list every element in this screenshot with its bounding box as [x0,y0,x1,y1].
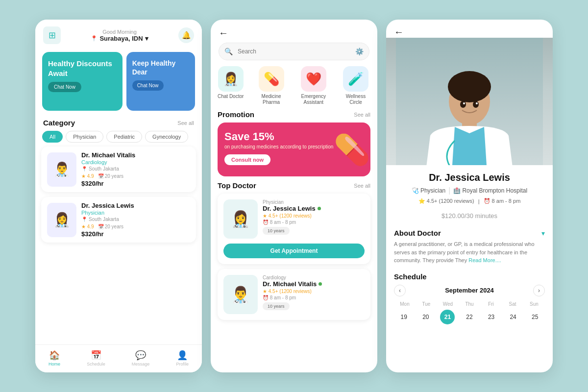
top-doctor-see-all[interactable]: See all [354,183,370,189]
hospital-icon: 🏥 [453,187,461,194]
day-mon: Mon [394,301,416,307]
profile-price: $120.00/30 minutes [394,208,545,221]
medicine-icon-box: 💊 [259,66,284,92]
pill-all[interactable]: All [42,131,63,143]
doctor-profile-info: Dr. Jessica Lewis 🩺 Physician | 🏥 Royal … [386,165,553,225]
banner-healthy: Keep Healthy Dear Chat Now [126,52,195,111]
svg-point-4 [448,71,491,102]
doctor-meta-jessica: ★ 4.9 📅 20 years [81,224,190,229]
top-doctors-section: Top Doctor See all 👩‍⚕️ Physician Dr. Je… [211,181,377,372]
promo-header: Promotion See all [218,110,370,122]
doctor-meta-michael: ★ 4.9 📅 20 years [81,173,190,179]
divider-pipe: | [478,198,480,204]
jessica-hours: ⏰ 8 am - 8 pm [263,220,365,225]
phone3-header: ← [386,20,553,38]
promo-consult-button[interactable]: Consult now [224,154,270,165]
service-chat-doctor[interactable]: 👩‍⚕️ Chat Doctor [218,66,244,105]
search-container: 🔍 ⚙️ [219,43,369,60]
service-emergency[interactable]: ❤️ Emergency Assistant [299,66,328,105]
filter-icon[interactable]: ⚙️ [355,48,364,55]
chat-doctor-icon-box: 👩‍⚕️ [218,66,244,92]
nav-message[interactable]: 💬 Message [132,350,150,367]
category-see-all[interactable]: See all [177,120,194,126]
banner-section: Healthy Discounts Await Chat Now Keep He… [35,48,202,115]
about-title: About Doctor [394,229,441,237]
michael-rating: ★ 4.5+ (1200 reviews) [263,289,365,294]
medicine-label: Medicine Pharma [257,94,286,105]
cal-date-24[interactable]: 24 [506,310,520,324]
bottom-nav: 🏠 Home 📅 Schedule 💬 Message 👤 Profile [35,344,202,372]
top-doc-michael-inner: 👨‍⚕️ Cardiology Dr. Michael Vitalis ★ 4.… [223,275,365,314]
banner2-title: Keep Healthy Dear [132,59,189,76]
calendar-prev-button[interactable]: ‹ [394,285,406,296]
calendar-month: September 2024 [445,287,494,294]
profile-hospital: 🏥 Royal Brompton Hospital [453,187,527,194]
nav-profile[interactable]: 👤 Profile [176,350,189,367]
schedule-title: Schedule [394,272,545,281]
service-medicine[interactable]: 💊 Medicine Pharma [257,66,286,105]
calendar-next-button[interactable]: › [533,285,545,296]
profile-icon: 👤 [177,350,188,361]
search-input[interactable] [219,43,369,60]
medicine-icon: 💊 [264,72,279,87]
nav-home[interactable]: 🏠 Home [49,350,60,367]
cal-date-20[interactable]: 20 [418,310,433,324]
chevron-down-about[interactable]: ▾ [541,229,545,237]
promo-title: Promotion [218,110,254,119]
pill-pediatric[interactable]: Pediatric [106,131,142,143]
pin-icon: 📍 [91,35,98,42]
day-wed: Wed [437,301,459,307]
pill-gynecology[interactable]: Gynecology [145,131,188,143]
schedule-icon: 📅 [91,350,101,361]
banner1-chat-button[interactable]: Chat Now [48,82,81,92]
cal-date-25[interactable]: 25 [528,310,542,324]
price-jessica: $320/hr [81,230,190,238]
jessica-appointment-button[interactable]: Get Appointment [223,244,365,258]
home-icon: 🏠 [49,350,60,361]
doctor-card-jessica[interactable]: 👩‍⚕️ Dr. Jessica Lewis Physician 📍 South… [41,197,196,243]
notification-bell[interactable]: 🔔 [178,27,194,43]
nav-schedule[interactable]: 📅 Schedule [87,350,105,367]
svg-point-9 [476,102,478,104]
wellness-icon-box: 🧪 [343,66,368,92]
top-doc-michael[interactable]: 👨‍⚕️ Cardiology Dr. Michael Vitalis ★ 4.… [218,269,370,320]
back-button[interactable]: ← [219,27,228,39]
location-display: Good Morning 📍 Surabaya, IDN ▾ [91,29,148,42]
pill-physician[interactable]: Physician [66,131,103,143]
about-header: About Doctor ▾ [394,229,545,237]
day-sun: Sun [523,301,545,307]
doctor-location-jessica: 📍 South Jakarta [81,217,190,222]
promo-banner: Save 15% on purchasing medicines accordi… [218,122,370,176]
top-doc-jessica-info: Physician Dr. Jessica Lewis ★ 4.5+ (1200… [263,199,365,235]
profile-doctor-meta: 🩺 Physician | 🏥 Royal Brompton Hospital [394,186,545,195]
day-thu: Thu [459,301,480,307]
doctor-name-michael: Dr. Michael Vitalis [81,151,190,159]
category-pills: All Physician Pediatric Gynecology [35,129,202,147]
profile-rating-value: ⭐ 4.5+ (1200 reviews) [418,198,474,204]
cal-date-22[interactable]: 22 [462,310,477,324]
jessica-experience: 10 years [263,227,290,235]
phone3-back-button[interactable]: ← [394,26,404,38]
jessica-rating: ★ 4.5+ (1200 reviews) [263,213,365,219]
michael-experience: 10 years [263,302,290,310]
emergency-icon: ❤️ [306,72,321,87]
top-doc-jessica-avatar: 👩‍⚕️ [223,199,258,239]
promo-see-all[interactable]: See all [354,112,370,118]
emergency-icon-box: ❤️ [301,66,326,92]
read-more-link[interactable]: Read More.... [468,257,501,263]
experience-jessica: 📅 20 years [98,224,123,229]
cal-date-23[interactable]: 23 [484,310,499,324]
day-fri: Fri [480,301,502,307]
chat-doctor-icon: 👩‍⚕️ [223,72,239,87]
cal-date-19[interactable]: 19 [396,310,411,324]
michael-specialty: Cardiology [263,275,365,280]
service-wellness[interactable]: 🧪 Wellness Circle [341,66,370,105]
banner2-chat-button[interactable]: Chat Now [132,80,164,91]
top-doc-jessica[interactable]: 👩‍⚕️ Physician Dr. Jessica Lewis ★ 4.5+ … [218,194,370,264]
cal-date-21[interactable]: 21 [440,310,455,324]
doctor-card-michael[interactable]: 👨‍⚕️ Dr. Michael Vitalis Cardiology 📍 So… [41,147,196,192]
promo-medicine-image: 💊 [334,122,370,176]
greeting-text: Good Morning [91,29,148,35]
city-text: 📍 Surabaya, IDN ▾ [91,35,148,42]
doctor-avatar-jessica: 👩‍⚕️ [47,203,76,237]
